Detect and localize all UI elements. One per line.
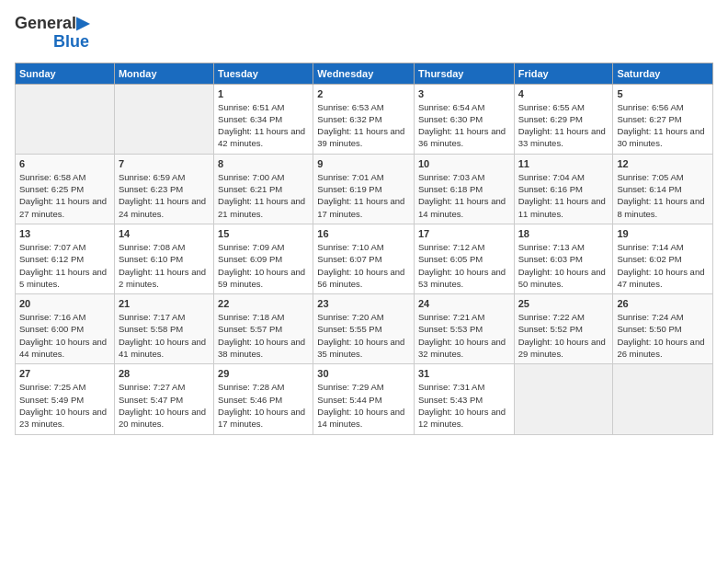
day-info: Sunrise: 7:08 AM Sunset: 6:10 PM Dayligh… bbox=[119, 241, 210, 290]
day-info: Sunrise: 7:20 AM Sunset: 5:55 PM Dayligh… bbox=[317, 311, 410, 360]
calendar-cell: 17Sunrise: 7:12 AM Sunset: 6:05 PM Dayli… bbox=[414, 224, 514, 293]
day-info: Sunrise: 7:22 AM Sunset: 5:52 PM Dayligh… bbox=[518, 311, 609, 360]
calendar-cell: 30Sunrise: 7:29 AM Sunset: 5:44 PM Dayli… bbox=[313, 364, 415, 434]
calendar-week-2: 6Sunrise: 6:58 AM Sunset: 6:25 PM Daylig… bbox=[16, 154, 713, 224]
day-number: 18 bbox=[518, 228, 609, 239]
day-number: 16 bbox=[317, 228, 410, 239]
day-info: Sunrise: 7:17 AM Sunset: 5:58 PM Dayligh… bbox=[119, 311, 210, 360]
day-info: Sunrise: 7:13 AM Sunset: 6:03 PM Dayligh… bbox=[518, 241, 609, 290]
logo: General▶ Blue bbox=[15, 15, 89, 52]
calendar-cell: 16Sunrise: 7:10 AM Sunset: 6:07 PM Dayli… bbox=[313, 224, 415, 293]
calendar-cell bbox=[613, 364, 713, 434]
day-number: 22 bbox=[218, 298, 309, 309]
day-info: Sunrise: 7:25 AM Sunset: 5:49 PM Dayligh… bbox=[19, 381, 110, 430]
calendar-cell: 25Sunrise: 7:22 AM Sunset: 5:52 PM Dayli… bbox=[514, 294, 613, 364]
calendar-cell: 12Sunrise: 7:05 AM Sunset: 6:14 PM Dayli… bbox=[613, 154, 713, 224]
col-header-friday: Friday bbox=[514, 63, 613, 84]
day-info: Sunrise: 7:14 AM Sunset: 6:02 PM Dayligh… bbox=[617, 241, 709, 290]
col-header-wednesday: Wednesday bbox=[313, 63, 415, 84]
day-number: 29 bbox=[218, 368, 309, 379]
calendar-cell: 10Sunrise: 7:03 AM Sunset: 6:18 PM Dayli… bbox=[414, 154, 514, 224]
day-info: Sunrise: 6:56 AM Sunset: 6:27 PM Dayligh… bbox=[617, 101, 709, 150]
day-number: 5 bbox=[617, 88, 709, 99]
calendar-cell: 19Sunrise: 7:14 AM Sunset: 6:02 PM Dayli… bbox=[613, 224, 713, 293]
calendar-cell: 20Sunrise: 7:16 AM Sunset: 6:00 PM Dayli… bbox=[16, 294, 115, 364]
day-info: Sunrise: 6:53 AM Sunset: 6:32 PM Dayligh… bbox=[317, 101, 410, 150]
calendar-cell: 3Sunrise: 6:54 AM Sunset: 6:30 PM Daylig… bbox=[414, 84, 514, 154]
calendar-cell: 5Sunrise: 6:56 AM Sunset: 6:27 PM Daylig… bbox=[613, 84, 713, 154]
calendar-cell: 29Sunrise: 7:28 AM Sunset: 5:46 PM Dayli… bbox=[214, 364, 313, 434]
calendar-cell: 2Sunrise: 6:53 AM Sunset: 6:32 PM Daylig… bbox=[313, 84, 415, 154]
day-info: Sunrise: 6:54 AM Sunset: 6:30 PM Dayligh… bbox=[418, 101, 510, 150]
col-header-tuesday: Tuesday bbox=[214, 63, 313, 84]
day-info: Sunrise: 6:59 AM Sunset: 6:23 PM Dayligh… bbox=[119, 171, 210, 220]
day-info: Sunrise: 7:10 AM Sunset: 6:07 PM Dayligh… bbox=[317, 241, 410, 290]
col-header-thursday: Thursday bbox=[414, 63, 514, 84]
day-number: 25 bbox=[518, 298, 609, 309]
day-number: 17 bbox=[418, 228, 510, 239]
calendar-week-5: 27Sunrise: 7:25 AM Sunset: 5:49 PM Dayli… bbox=[16, 364, 713, 434]
col-header-saturday: Saturday bbox=[613, 63, 713, 84]
logo-text-line2: Blue bbox=[53, 33, 89, 52]
day-number: 15 bbox=[218, 228, 309, 239]
day-info: Sunrise: 7:04 AM Sunset: 6:16 PM Dayligh… bbox=[518, 171, 609, 220]
day-number: 6 bbox=[19, 158, 110, 169]
day-number: 24 bbox=[418, 298, 510, 309]
calendar-cell: 18Sunrise: 7:13 AM Sunset: 6:03 PM Dayli… bbox=[514, 224, 613, 293]
day-number: 9 bbox=[317, 158, 410, 169]
day-number: 19 bbox=[617, 228, 709, 239]
day-info: Sunrise: 7:09 AM Sunset: 6:09 PM Dayligh… bbox=[218, 241, 309, 290]
day-info: Sunrise: 7:29 AM Sunset: 5:44 PM Dayligh… bbox=[317, 381, 410, 430]
calendar-cell: 27Sunrise: 7:25 AM Sunset: 5:49 PM Dayli… bbox=[16, 364, 115, 434]
calendar-cell: 15Sunrise: 7:09 AM Sunset: 6:09 PM Dayli… bbox=[214, 224, 313, 293]
col-header-monday: Monday bbox=[114, 63, 213, 84]
calendar-cell: 7Sunrise: 6:59 AM Sunset: 6:23 PM Daylig… bbox=[114, 154, 213, 224]
day-number: 31 bbox=[418, 368, 510, 379]
day-info: Sunrise: 7:12 AM Sunset: 6:05 PM Dayligh… bbox=[418, 241, 510, 290]
day-info: Sunrise: 7:28 AM Sunset: 5:46 PM Dayligh… bbox=[218, 381, 309, 430]
calendar-cell: 21Sunrise: 7:17 AM Sunset: 5:58 PM Dayli… bbox=[114, 294, 213, 364]
day-number: 7 bbox=[119, 158, 210, 169]
day-number: 23 bbox=[317, 298, 410, 309]
day-number: 20 bbox=[19, 298, 110, 309]
calendar-cell: 1Sunrise: 6:51 AM Sunset: 6:34 PM Daylig… bbox=[214, 84, 313, 154]
day-number: 13 bbox=[19, 228, 110, 239]
calendar-cell: 14Sunrise: 7:08 AM Sunset: 6:10 PM Dayli… bbox=[114, 224, 213, 293]
day-info: Sunrise: 7:18 AM Sunset: 5:57 PM Dayligh… bbox=[218, 311, 309, 360]
logo-text-line1: General▶ bbox=[15, 15, 89, 33]
day-info: Sunrise: 7:31 AM Sunset: 5:43 PM Dayligh… bbox=[418, 381, 510, 430]
day-info: Sunrise: 7:07 AM Sunset: 6:12 PM Dayligh… bbox=[19, 241, 110, 290]
calendar-cell bbox=[114, 84, 213, 154]
calendar-cell: 6Sunrise: 6:58 AM Sunset: 6:25 PM Daylig… bbox=[16, 154, 115, 224]
day-info: Sunrise: 7:01 AM Sunset: 6:19 PM Dayligh… bbox=[317, 171, 410, 220]
day-number: 1 bbox=[218, 88, 309, 99]
day-info: Sunrise: 7:21 AM Sunset: 5:53 PM Dayligh… bbox=[418, 311, 510, 360]
day-info: Sunrise: 7:16 AM Sunset: 6:00 PM Dayligh… bbox=[19, 311, 110, 360]
calendar-cell: 11Sunrise: 7:04 AM Sunset: 6:16 PM Dayli… bbox=[514, 154, 613, 224]
day-info: Sunrise: 7:05 AM Sunset: 6:14 PM Dayligh… bbox=[617, 171, 709, 220]
day-number: 10 bbox=[418, 158, 510, 169]
day-info: Sunrise: 6:58 AM Sunset: 6:25 PM Dayligh… bbox=[19, 171, 110, 220]
calendar-cell: 4Sunrise: 6:55 AM Sunset: 6:29 PM Daylig… bbox=[514, 84, 613, 154]
day-number: 30 bbox=[317, 368, 410, 379]
day-info: Sunrise: 7:27 AM Sunset: 5:47 PM Dayligh… bbox=[119, 381, 210, 430]
day-number: 28 bbox=[119, 368, 210, 379]
day-info: Sunrise: 7:24 AM Sunset: 5:50 PM Dayligh… bbox=[617, 311, 709, 360]
day-number: 14 bbox=[119, 228, 210, 239]
calendar-table: SundayMondayTuesdayWednesdayThursdayFrid… bbox=[15, 63, 713, 435]
day-info: Sunrise: 7:00 AM Sunset: 6:21 PM Dayligh… bbox=[218, 171, 309, 220]
day-number: 4 bbox=[518, 88, 609, 99]
calendar-cell: 13Sunrise: 7:07 AM Sunset: 6:12 PM Dayli… bbox=[16, 224, 115, 293]
day-number: 8 bbox=[218, 158, 309, 169]
day-number: 3 bbox=[418, 88, 510, 99]
calendar-cell: 28Sunrise: 7:27 AM Sunset: 5:47 PM Dayli… bbox=[114, 364, 213, 434]
calendar-week-1: 1Sunrise: 6:51 AM Sunset: 6:34 PM Daylig… bbox=[16, 84, 713, 154]
calendar-cell: 23Sunrise: 7:20 AM Sunset: 5:55 PM Dayli… bbox=[313, 294, 415, 364]
calendar-week-4: 20Sunrise: 7:16 AM Sunset: 6:00 PM Dayli… bbox=[16, 294, 713, 364]
day-number: 11 bbox=[518, 158, 609, 169]
day-info: Sunrise: 6:55 AM Sunset: 6:29 PM Dayligh… bbox=[518, 101, 609, 150]
col-header-sunday: Sunday bbox=[16, 63, 115, 84]
calendar-cell: 24Sunrise: 7:21 AM Sunset: 5:53 PM Dayli… bbox=[414, 294, 514, 364]
day-info: Sunrise: 6:51 AM Sunset: 6:34 PM Dayligh… bbox=[218, 101, 309, 150]
day-number: 12 bbox=[617, 158, 709, 169]
